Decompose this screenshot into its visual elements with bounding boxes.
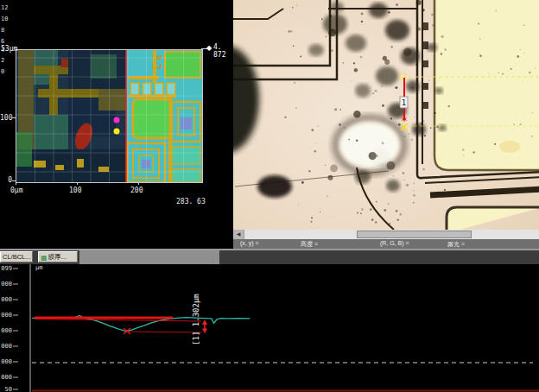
h-scrollbar[interactable]: ◀ — [233, 230, 539, 239]
toolbar-panel-strip — [79, 250, 219, 264]
x-axis-end-label: 283. 63 — [176, 198, 206, 205]
film-thickness-label: 膜厚... — [48, 253, 67, 261]
colorbar-tick: 8 — [1, 27, 4, 34]
point-marker-magenta[interactable] — [114, 117, 120, 123]
bottom-toolbar: CL/BCL... ▦膜厚... — [0, 250, 539, 264]
heightmap-render: 32 — [16, 50, 202, 182]
step-height-annotation: [1] 1.302µm — [192, 294, 202, 345]
chart-axis — [13, 264, 30, 392]
star-marker-icon[interactable]: ✶ — [400, 114, 408, 124]
heightmap-panel: 12 10 8 6 4 2 0 53µm ◆ 4. 872 — [0, 0, 233, 249]
correction-mode-label: CL/BCL... — [3, 253, 31, 261]
colorbar-tick: 2 — [1, 57, 4, 64]
status-exposure-readout: 露光 = — [447, 240, 465, 249]
film-thickness-button[interactable]: ▦膜厚... — [38, 251, 78, 262]
status-height-readout: 高度 = — [301, 240, 318, 249]
scroll-left-button[interactable]: ◀ — [233, 230, 244, 239]
measure-marker-label: 1 — [402, 98, 406, 107]
profile-chart: µm 099 000 000 000 000 000 000 000 50 — [0, 264, 539, 392]
step-measurement-overlay — [32, 319, 539, 391]
scrollbar-thumb[interactable] — [357, 231, 472, 238]
film-thickness-icon: ▦ — [41, 254, 48, 262]
colorbar-tick: 12 — [1, 4, 8, 11]
y-axis-tick-label: 100 — [0, 114, 12, 122]
y-axis-tick-label: 0 — [0, 176, 12, 184]
x-axis-tick-label: 200 — [130, 187, 143, 194]
x-axis-tick-label: 0µm — [10, 187, 22, 194]
status-xy-readout: (x, y) = — [240, 240, 259, 246]
profile-plot — [0, 264, 539, 392]
heightmap-image[interactable]: 32 — [16, 49, 203, 183]
measurement-app-window: 12 10 8 6 4 2 0 53µm ◆ 4. 872 — [0, 0, 539, 392]
diamond-icon: ◆ — [206, 44, 212, 53]
optical-image: 1 ✶ — [233, 0, 539, 230]
colorbar-tick: 10 — [1, 16, 8, 22]
heightmap-scale-label: 53µm — [1, 45, 17, 53]
scrollbar-track[interactable] — [244, 230, 539, 239]
cursor-height-value: 4. 872 — [213, 43, 233, 59]
x-axis-tick-label: 100 — [69, 187, 81, 194]
bond-pad — [434, 0, 539, 170]
correction-mode-button[interactable]: CL/BCL... — [0, 251, 33, 262]
optical-image-viewport[interactable]: 1 ✶ — [233, 0, 539, 230]
die-number-label: 32 — [150, 54, 164, 72]
image-status-bar: (x, y) = 高度 = (R, G, B) = 露光 = — [233, 239, 539, 249]
colorbar-tick: 6 — [1, 38, 4, 45]
status-rgb-readout: (R, G, B) = — [380, 240, 409, 246]
point-marker-yellow[interactable] — [114, 129, 120, 135]
scroll-left-icon: ◀ — [237, 231, 241, 237]
colorbar-tick: 0 — [1, 68, 4, 75]
